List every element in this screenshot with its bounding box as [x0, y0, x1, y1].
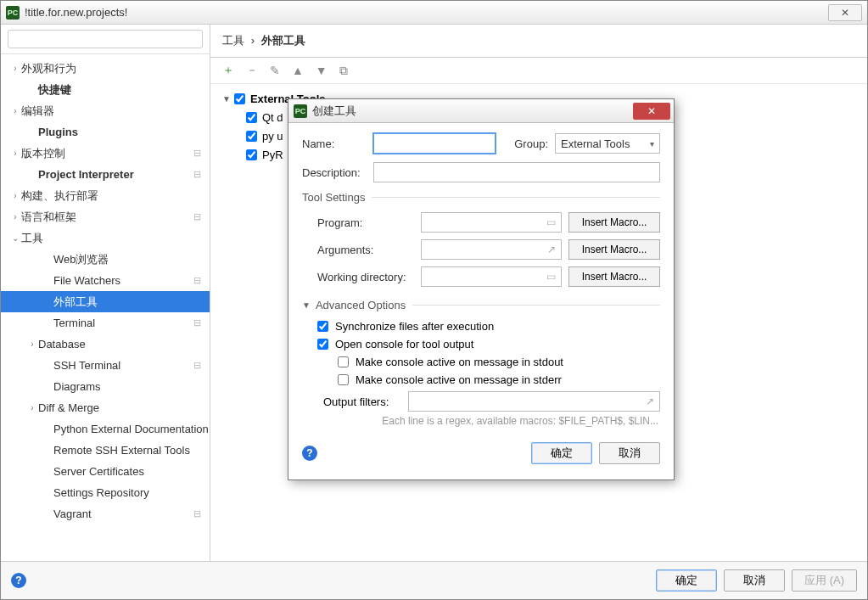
workdir-input[interactable]: ▭: [421, 266, 562, 287]
project-scope-icon: ⊟: [193, 148, 201, 159]
sync-checkbox[interactable]: [317, 321, 328, 332]
sidebar-item-5[interactable]: Project Interpreter⊟: [1, 164, 210, 185]
console-checkbox[interactable]: [317, 339, 328, 350]
chevron-icon: ›: [9, 64, 21, 73]
search-input[interactable]: [8, 30, 203, 48]
tool-item-label: Qt d: [262, 111, 283, 124]
sidebar-item-label: SSH Terminal: [53, 359, 120, 372]
group-value: External Tools: [561, 137, 630, 150]
window-title: !title.for.new.projects!: [25, 6, 828, 19]
window-close-button[interactable]: ✕: [828, 4, 862, 21]
dialog-close-button[interactable]: ✕: [633, 103, 670, 120]
dialog-ok-button[interactable]: 确定: [531, 442, 592, 464]
arguments-macro-button[interactable]: Insert Macro...: [568, 239, 660, 260]
up-button[interactable]: ▲: [292, 64, 304, 77]
sidebar-item-label: 外部工具: [53, 294, 98, 310]
sidebar-item-label: Python External Documentation: [53, 423, 209, 435]
stderr-label: Make console active on message in stderr: [356, 373, 562, 386]
sidebar-item-label: 构建、执行部署: [21, 188, 98, 204]
filters-hint: Each line is a regex, available macros: …: [302, 415, 660, 427]
sidebar-item-label: 语言和框架: [21, 210, 76, 225]
down-button[interactable]: ▼: [316, 64, 328, 77]
breadcrumb-part1: 工具: [222, 34, 244, 47]
remove-button[interactable]: －: [246, 63, 258, 78]
project-scope-icon: ⊟: [193, 508, 201, 519]
stdout-checkbox[interactable]: [338, 356, 349, 367]
sidebar-item-label: 外观和行为: [21, 61, 76, 76]
project-scope-icon: ⊟: [193, 275, 201, 286]
tool-item-checkbox[interactable]: [246, 131, 257, 142]
arguments-label: Arguments:: [302, 244, 421, 256]
sidebar-item-8[interactable]: ⌄工具: [1, 227, 210, 249]
ok-button[interactable]: 确定: [656, 569, 717, 592]
sidebar-item-21[interactable]: Vagrant⊟: [1, 503, 210, 524]
description-input[interactable]: [373, 162, 660, 182]
console-label: Open console for tool output: [335, 338, 473, 350]
advanced-section[interactable]: ▼ Advanced Options: [302, 299, 660, 311]
project-scope-icon: ⊟: [193, 211, 201, 222]
breadcrumb-part2: 外部工具: [261, 34, 305, 47]
stderr-checkbox[interactable]: [338, 374, 349, 385]
tool-item-label: py u: [262, 130, 283, 143]
chevron-icon: ›: [26, 339, 38, 349]
tool-item-label: PyR: [262, 149, 283, 161]
tool-item-checkbox[interactable]: [246, 112, 257, 123]
filters-input[interactable]: ↗: [408, 391, 660, 412]
sidebar-item-label: 快捷键: [38, 82, 71, 98]
copy-button[interactable]: ⧉: [339, 64, 348, 78]
sidebar-item-label: Terminal: [53, 317, 95, 329]
edit-button[interactable]: ✎: [270, 64, 280, 77]
name-input[interactable]: [373, 133, 496, 154]
sidebar-item-label: 编辑器: [21, 104, 54, 119]
chevron-icon: ›: [9, 212, 21, 221]
sidebar-item-3[interactable]: Plugins: [1, 121, 210, 143]
titlebar: PC !title.for.new.projects! ✕: [1, 1, 867, 25]
settings-tree[interactable]: ›外观和行为快捷键›编辑器Plugins›版本控制⊟Project Interp…: [1, 54, 210, 561]
sidebar-item-11[interactable]: 外部工具: [1, 291, 210, 312]
tools-root-checkbox[interactable]: [234, 93, 245, 104]
sidebar-item-14[interactable]: SSH Terminal⊟: [1, 355, 210, 376]
tool-item-checkbox[interactable]: [246, 149, 257, 160]
sync-label: Synchronize files after execution: [335, 320, 494, 333]
sidebar-item-16[interactable]: ›Diff & Merge: [1, 397, 210, 418]
add-button[interactable]: ＋: [222, 63, 234, 78]
sidebar-item-15[interactable]: Diagrams: [1, 376, 210, 397]
sidebar-item-6[interactable]: ›构建、执行部署: [1, 185, 210, 206]
sidebar-item-12[interactable]: Terminal⊟: [1, 312, 210, 334]
sidebar-item-4[interactable]: ›版本控制⊟: [1, 143, 210, 164]
sidebar-item-0[interactable]: ›外观和行为: [1, 58, 210, 79]
help-button[interactable]: ?: [11, 573, 26, 588]
dialog-titlebar: PC 创建工具 ✕: [288, 99, 674, 123]
expand-icon: ↗: [547, 244, 556, 255]
sidebar-item-label: Project Interpreter: [38, 168, 134, 181]
arguments-input[interactable]: ↗: [421, 239, 562, 260]
sidebar-item-2[interactable]: ›编辑器: [1, 100, 210, 121]
cancel-button[interactable]: 取消: [724, 569, 785, 592]
chevron-icon: ⌄: [9, 233, 21, 243]
program-macro-button[interactable]: Insert Macro...: [568, 212, 660, 233]
sidebar-item-18[interactable]: Remote SSH External Tools: [1, 440, 210, 461]
sidebar-item-1[interactable]: 快捷键: [1, 79, 210, 100]
chevron-icon: ›: [9, 191, 21, 200]
sidebar-item-7[interactable]: ›语言和框架⊟: [1, 206, 210, 227]
sidebar-item-label: Server Certificates: [53, 465, 144, 478]
workdir-macro-button[interactable]: Insert Macro...: [568, 266, 660, 287]
sidebar-item-label: Settings Repository: [53, 486, 149, 499]
sidebar-item-label: Plugins: [38, 126, 78, 138]
sidebar-item-20[interactable]: Settings Repository: [1, 482, 210, 503]
sidebar-item-13[interactable]: ›Database: [1, 334, 210, 355]
group-combo[interactable]: External Tools ▾: [555, 133, 660, 154]
sidebar-item-label: Vagrant: [53, 507, 92, 520]
program-input[interactable]: ▭: [421, 212, 562, 233]
apply-button[interactable]: 应用 (A): [792, 569, 857, 592]
sidebar-item-9[interactable]: Web浏览器: [1, 249, 210, 270]
dialog-help-button[interactable]: ?: [302, 446, 317, 461]
sidebar-item-10[interactable]: File Watchers⊟: [1, 270, 210, 291]
sidebar-item-17[interactable]: Python External Documentation: [1, 418, 210, 440]
sidebar-item-label: File Watchers: [53, 274, 120, 287]
project-scope-icon: ⊟: [193, 360, 201, 371]
dialog-cancel-button[interactable]: 取消: [599, 442, 660, 464]
expand-icon: ↗: [646, 395, 654, 407]
sidebar-item-19[interactable]: Server Certificates: [1, 461, 210, 482]
description-label: Description:: [302, 166, 373, 179]
